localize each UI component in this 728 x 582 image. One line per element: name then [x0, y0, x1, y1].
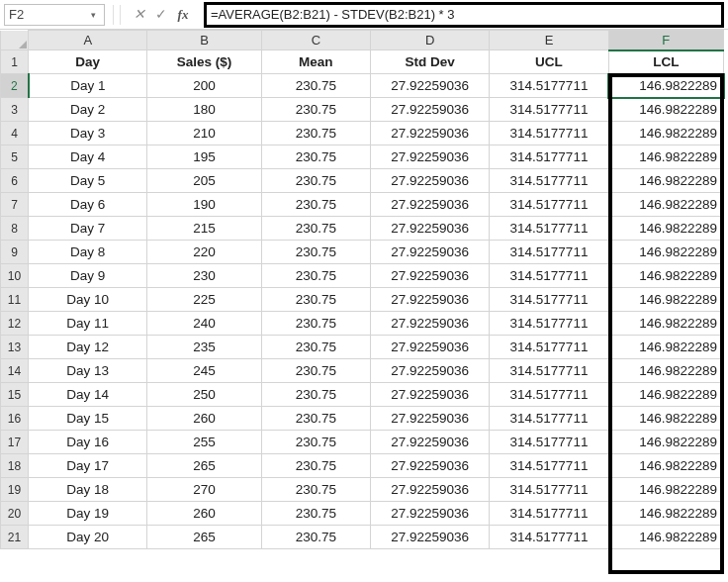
cell[interactable]: 230.75 [261, 122, 370, 146]
row-header[interactable]: 14 [1, 359, 29, 383]
cell[interactable]: 220 [147, 241, 261, 264]
row-header[interactable]: 17 [1, 431, 29, 454]
row-header[interactable]: 15 [1, 383, 29, 407]
row-header[interactable]: 3 [1, 98, 29, 122]
cell[interactable]: 146.9822289 [608, 478, 723, 502]
cell[interactable]: Day 17 [29, 454, 147, 478]
cell[interactable]: 190 [147, 193, 261, 217]
cell[interactable]: 230.75 [261, 264, 370, 288]
cell[interactable]: 270 [147, 478, 261, 502]
cell[interactable]: 146.9822289 [608, 454, 723, 478]
cell[interactable]: 230.75 [261, 241, 370, 264]
cell[interactable]: 146.9822289 [608, 241, 723, 264]
cell[interactable]: 27.92259036 [371, 74, 490, 98]
cell[interactable]: 314.5177711 [490, 336, 608, 359]
cell[interactable]: 314.5177711 [490, 288, 608, 312]
row-header[interactable]: 2 [1, 74, 29, 98]
cell[interactable]: Day 4 [29, 146, 147, 169]
col-header-A[interactable]: A [29, 31, 147, 50]
cell[interactable]: 215 [147, 217, 261, 241]
cell[interactable]: 146.9822289 [608, 74, 723, 98]
cell[interactable]: 314.5177711 [490, 193, 608, 217]
row-header[interactable]: 9 [1, 241, 29, 264]
cell[interactable]: 27.92259036 [371, 264, 490, 288]
cell[interactable]: 27.92259036 [371, 336, 490, 359]
cell[interactable]: 230.75 [261, 407, 370, 431]
cell[interactable]: 314.5177711 [490, 502, 608, 526]
cell[interactable]: Day 9 [29, 264, 147, 288]
cell[interactable]: 265 [147, 526, 261, 549]
cell[interactable]: 146.9822289 [608, 193, 723, 217]
cell[interactable]: 314.5177711 [490, 217, 608, 241]
cell[interactable]: 205 [147, 169, 261, 193]
row-header[interactable]: 13 [1, 336, 29, 359]
cell[interactable]: 230.75 [261, 502, 370, 526]
cell[interactable]: 27.92259036 [371, 122, 490, 146]
cell[interactable]: 230.75 [261, 336, 370, 359]
cell[interactable]: Day 19 [29, 502, 147, 526]
row-header[interactable]: 12 [1, 312, 29, 336]
cell[interactable]: 146.9822289 [608, 217, 723, 241]
cell[interactable]: LCL [608, 50, 723, 74]
cell[interactable]: 230.75 [261, 169, 370, 193]
cell[interactable]: 230.75 [261, 526, 370, 549]
cell[interactable]: 146.9822289 [608, 431, 723, 454]
cell[interactable]: Day 16 [29, 431, 147, 454]
cell[interactable]: 255 [147, 431, 261, 454]
cell[interactable]: 210 [147, 122, 261, 146]
cell[interactable]: Day 5 [29, 169, 147, 193]
cell[interactable]: 27.92259036 [371, 146, 490, 169]
cell[interactable]: 230.75 [261, 146, 370, 169]
cancel-icon[interactable]: ✕ [129, 6, 150, 23]
cell[interactable]: 240 [147, 312, 261, 336]
cell[interactable]: 27.92259036 [371, 478, 490, 502]
row-header[interactable]: 10 [1, 264, 29, 288]
row-header[interactable]: 5 [1, 146, 29, 169]
row-header[interactable]: 18 [1, 454, 29, 478]
row-header[interactable]: 21 [1, 526, 29, 549]
cell[interactable]: Sales ($) [147, 50, 261, 74]
cell[interactable]: 314.5177711 [490, 359, 608, 383]
row-header[interactable]: 11 [1, 288, 29, 312]
cell[interactable]: 27.92259036 [371, 217, 490, 241]
cell[interactable]: Mean [261, 50, 370, 74]
cell[interactable]: 27.92259036 [371, 98, 490, 122]
cell[interactable]: 230.75 [261, 217, 370, 241]
cell[interactable]: 235 [147, 336, 261, 359]
cell[interactable]: Day 7 [29, 217, 147, 241]
cell[interactable]: 245 [147, 359, 261, 383]
cell[interactable]: 27.92259036 [371, 407, 490, 431]
col-header-C[interactable]: C [261, 31, 370, 50]
cell[interactable]: 230.75 [261, 431, 370, 454]
cell[interactable]: 27.92259036 [371, 526, 490, 549]
cell[interactable]: Day 20 [29, 526, 147, 549]
cell[interactable]: 225 [147, 288, 261, 312]
cell[interactable]: 314.5177711 [490, 169, 608, 193]
row-header[interactable]: 6 [1, 169, 29, 193]
name-box[interactable]: F2 ▾ [4, 4, 105, 26]
select-all-corner[interactable] [1, 31, 29, 50]
cell[interactable]: 27.92259036 [371, 193, 490, 217]
fx-icon[interactable]: fx [172, 7, 194, 23]
cell[interactable]: Day 6 [29, 193, 147, 217]
cell[interactable]: 146.9822289 [608, 146, 723, 169]
cell[interactable]: Day 13 [29, 359, 147, 383]
cell[interactable]: 27.92259036 [371, 502, 490, 526]
cell[interactable]: 314.5177711 [490, 74, 608, 98]
cell[interactable]: 146.9822289 [608, 312, 723, 336]
cell[interactable]: 27.92259036 [371, 241, 490, 264]
cell[interactable]: 260 [147, 502, 261, 526]
cell[interactable]: Day 3 [29, 122, 147, 146]
cell[interactable]: 230.75 [261, 454, 370, 478]
col-header-E[interactable]: E [490, 31, 608, 50]
col-header-B[interactable]: B [147, 31, 261, 50]
cell[interactable]: Day 18 [29, 478, 147, 502]
row-header[interactable]: 7 [1, 193, 29, 217]
cell[interactable]: UCL [490, 50, 608, 74]
col-header-F[interactable]: F [608, 31, 723, 50]
cell[interactable]: Day 11 [29, 312, 147, 336]
cell[interactable]: Day 10 [29, 288, 147, 312]
cell[interactable]: 195 [147, 146, 261, 169]
cell[interactable]: 230.75 [261, 193, 370, 217]
cell[interactable]: 230.75 [261, 312, 370, 336]
